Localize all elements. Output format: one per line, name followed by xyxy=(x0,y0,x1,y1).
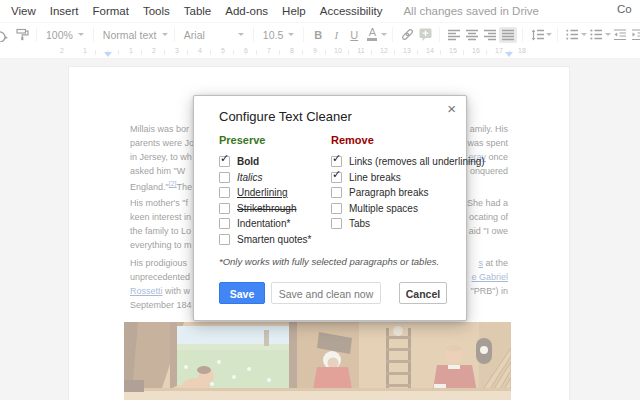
google-docs-window: ViewInsertFormatToolsTableAdd-onsHelpAcc… xyxy=(0,0,640,400)
checkbox-italics[interactable] xyxy=(219,172,230,183)
menu-item-tools[interactable]: Tools xyxy=(136,5,177,17)
dialog-title: Configure Text Cleaner xyxy=(219,109,352,124)
cancel-button[interactable]: Cancel xyxy=(399,282,447,304)
checkbox-strikethrough[interactable] xyxy=(219,203,230,214)
checkbox-smarten-quotes[interactable] xyxy=(219,234,230,245)
menu-item-table[interactable]: Table xyxy=(177,5,219,17)
option-row-paragraph-breaks: Paragraph breaks xyxy=(331,185,485,201)
close-icon[interactable]: × xyxy=(447,100,456,117)
menu-item-format[interactable]: Format xyxy=(85,5,135,17)
dialog-footnote: *Only works with fully selected paragrap… xyxy=(219,256,459,267)
menu-item-add-ons[interactable]: Add-ons xyxy=(218,5,275,17)
configure-text-cleaner-dialog: Configure Text Cleaner × Preserve✓BoldIt… xyxy=(193,95,467,321)
option-row-indentation: Indentation* xyxy=(219,216,312,232)
checkmark-icon: ✓ xyxy=(332,152,341,165)
checkmark-icon: ✓ xyxy=(332,168,341,181)
option-row-links-removes-all-underlining: ✓Links (removes all underlining) xyxy=(331,154,485,170)
checkbox-underlining[interactable] xyxy=(219,187,230,198)
option-row-tabs: Tabs xyxy=(331,216,485,232)
menu-item-insert[interactable]: Insert xyxy=(43,5,86,17)
checkbox-paragraph-breaks[interactable] xyxy=(331,187,342,198)
option-label: Smarten quotes* xyxy=(237,234,312,245)
checkbox-links-removes-all-underlining[interactable]: ✓ xyxy=(331,156,342,167)
option-label: Strikethrough xyxy=(237,203,296,214)
option-row-line-breaks: ✓Line breaks xyxy=(331,170,485,186)
column-header-remove: Remove xyxy=(331,134,485,146)
option-label: Line breaks xyxy=(349,172,401,183)
column-header-preserve: Preserve xyxy=(219,134,312,146)
option-row-underlining: Underlining xyxy=(219,185,312,201)
checkbox-line-breaks[interactable]: ✓ xyxy=(331,172,342,183)
save-button[interactable]: Save xyxy=(219,282,265,304)
dialog-column-preserve: Preserve✓BoldItalicsUnderliningStrikethr… xyxy=(219,134,312,247)
menu-item-view[interactable]: View xyxy=(4,5,43,17)
checkbox-tabs[interactable] xyxy=(331,218,342,229)
comments-button[interactable]: Co xyxy=(617,3,632,15)
option-label: Indentation* xyxy=(237,218,290,229)
option-row-strikethrough: Strikethrough xyxy=(219,201,312,217)
checkbox-bold[interactable]: ✓ xyxy=(219,156,230,167)
option-row-italics: Italics xyxy=(219,170,312,186)
menu-item-help[interactable]: Help xyxy=(275,5,313,17)
save-and-clean-button[interactable]: Save and clean now xyxy=(271,282,381,304)
menu-item-accessibility[interactable]: Accessibility xyxy=(313,5,390,17)
option-label: Underlining xyxy=(237,187,288,198)
menu-bar: ViewInsertFormatToolsTableAdd-onsHelpAcc… xyxy=(0,0,640,22)
checkbox-multiple-spaces[interactable] xyxy=(331,203,342,214)
option-label: Links (removes all underlining) xyxy=(349,156,485,167)
save-status-text: All changes saved in Drive xyxy=(403,5,539,17)
option-label: Bold xyxy=(237,156,259,167)
option-row-bold: ✓Bold xyxy=(219,154,312,170)
option-label: Tabs xyxy=(349,218,370,229)
checkmark-icon: ✓ xyxy=(220,152,229,165)
dialog-column-remove: Remove✓Links (removes all underlining)✓L… xyxy=(331,134,485,232)
option-label: Italics xyxy=(237,172,263,183)
option-label: Paragraph breaks xyxy=(349,187,429,198)
option-row-smarten-quotes: Smarten quotes* xyxy=(219,232,312,248)
option-label: Multiple spaces xyxy=(349,203,418,214)
option-row-multiple-spaces: Multiple spaces xyxy=(331,201,485,217)
checkbox-indentation[interactable] xyxy=(219,218,230,229)
